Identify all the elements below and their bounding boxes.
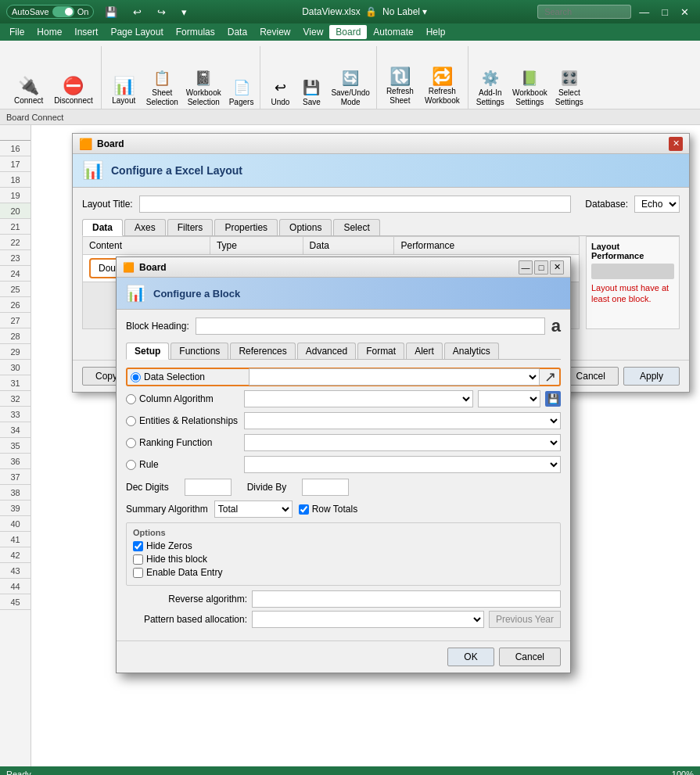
dialog-overlay: 🟧 Board ✕ 📊 Configure a Excel Layout Lay… [0, 125, 700, 766]
block-cancel-btn[interactable]: Cancel [499, 648, 561, 666]
col-content: Content [83, 237, 210, 255]
menu-home[interactable]: Home [31, 25, 68, 39]
tab-properties[interactable]: Properties [214, 219, 278, 235]
save-label: Save [303, 98, 321, 107]
save-icon-btn[interactable]: 💾 [100, 5, 122, 20]
sheet-selection-icon: 📋 [153, 70, 171, 87]
workbook-settings-btn[interactable]: 📗 WorkbookSettings [509, 52, 551, 109]
tab-select[interactable]: Select [333, 219, 379, 235]
board-dialog-icon: 🟧 [79, 138, 92, 150]
select-settings-btn[interactable]: 🎛️ SelectSettings [552, 52, 587, 109]
enable-data-entry-checkbox[interactable] [133, 568, 143, 578]
menu-page-layout[interactable]: Page Layout [104, 25, 169, 39]
hide-zeros-checkbox[interactable] [133, 541, 143, 551]
dec-digits-input[interactable]: 0 [185, 479, 232, 496]
tab-data[interactable]: Data [82, 219, 123, 236]
summary-algorithm-label: Summary Algorithm [126, 504, 208, 515]
menu-board[interactable]: Board [329, 25, 367, 39]
block-tab-advanced[interactable]: Advanced [297, 343, 356, 359]
board-dialog-close-btn[interactable]: ✕ [669, 137, 683, 151]
rule-dropdown[interactable] [244, 456, 561, 473]
menu-data[interactable]: Data [221, 25, 253, 39]
inner-dialog-btns: — □ ✕ [519, 260, 564, 274]
layout-title-input[interactable] [139, 196, 572, 213]
block-tab-alert[interactable]: Alert [406, 343, 443, 359]
ok-btn[interactable]: OK [447, 648, 494, 666]
hide-zeros-row: Hide Zeros [133, 540, 554, 551]
menu-view[interactable]: View [297, 25, 330, 39]
workbook-settings-icon: 📗 [521, 70, 538, 87]
redo-btn[interactable]: ↪ [153, 5, 171, 20]
rule-radio-label: Rule [126, 459, 239, 470]
undo-label: Undo [271, 98, 289, 107]
save-undo-btn[interactable]: 🔄 Save/UndoMode [328, 52, 372, 109]
menu-formulas[interactable]: Formulas [170, 25, 221, 39]
tab-axes[interactable]: Axes [124, 219, 166, 235]
more-btn[interactable]: ▾ [177, 5, 192, 20]
rule-radio[interactable] [126, 460, 136, 470]
data-selection-radio[interactable] [131, 372, 141, 382]
connect-btn[interactable]: 🔌 Connect [9, 52, 48, 109]
entities-dropdown[interactable] [244, 412, 561, 429]
disconnect-label: Disconnect [54, 96, 92, 106]
block-tab-references[interactable]: References [230, 343, 295, 359]
block-minimize-btn[interactable]: — [519, 260, 533, 274]
menu-file[interactable]: File [3, 25, 31, 39]
workbook-selection-btn[interactable]: 📓 WorkbookSelection [183, 52, 224, 109]
pattern-select[interactable] [252, 611, 484, 628]
options-section: Options Hide Zeros Hide this block Enabl… [126, 522, 561, 586]
block-close-btn[interactable]: ✕ [550, 260, 564, 274]
save-col-icon[interactable]: 💾 [545, 391, 561, 407]
block-tab-functions[interactable]: Functions [171, 343, 228, 359]
apply-btn[interactable]: Apply [623, 367, 680, 386]
menu-automate[interactable]: Automate [367, 25, 419, 39]
block-tab-format[interactable]: Format [357, 343, 404, 359]
column-algorithm-radio[interactable] [126, 394, 136, 404]
performance-title: Layout Performance [591, 242, 674, 260]
divide-by-input[interactable]: 1 [302, 479, 349, 496]
reverse-algorithm-input[interactable] [252, 590, 561, 608]
menu-insert[interactable]: Insert [68, 25, 104, 39]
block-tab-setup[interactable]: Setup [126, 343, 169, 360]
tab-filters[interactable]: Filters [167, 219, 214, 235]
block-tab-analytics[interactable]: Analytics [444, 343, 499, 359]
board-dialog-title: Board [97, 138, 664, 149]
block-heading-icon: a [551, 316, 561, 336]
ranking-radio[interactable] [126, 438, 136, 448]
sheet-selection-btn[interactable]: 📋 SheetSelection [143, 52, 181, 109]
menu-help[interactable]: Help [420, 25, 452, 39]
divide-by-label: Divide By [247, 482, 287, 493]
hide-block-checkbox[interactable] [133, 554, 143, 565]
column-algorithm-dropdown2[interactable] [478, 390, 540, 407]
undo-btn[interactable]: ↩ [128, 5, 146, 20]
refresh-sheet-btn[interactable]: 🔃 RefreshSheet [382, 52, 418, 109]
maximize-btn[interactable]: □ [657, 5, 673, 20]
autosave-toggle[interactable] [52, 6, 74, 17]
row-totals-checkbox[interactable] [299, 504, 309, 515]
database-select[interactable]: Echo [634, 196, 680, 213]
block-maximize-btn[interactable]: □ [534, 260, 548, 274]
pagers-btn[interactable]: 📄 Pagers [226, 52, 257, 109]
summary-select[interactable]: Total [214, 501, 293, 518]
add-in-settings-btn[interactable]: ⚙️ Add-InSettings [473, 52, 508, 109]
disconnect-btn[interactable]: ⛔ Disconnect [49, 52, 97, 109]
board-block-dialog: 🟧 Board — □ ✕ 📊 Configure a Block Block … [116, 257, 571, 673]
block-heading-input[interactable] [196, 318, 545, 335]
column-algorithm-dropdown[interactable] [244, 390, 473, 407]
save-ribbon-btn[interactable]: 💾 Save [296, 52, 326, 109]
layout-btn[interactable]: 📊 Layout [106, 52, 142, 109]
outer-cancel-btn[interactable]: Cancel [563, 367, 619, 386]
data-selection-dropdown[interactable] [249, 368, 540, 386]
menu-review[interactable]: Review [253, 25, 296, 39]
undo-ribbon-btn[interactable]: ↩ Undo [265, 52, 295, 109]
prev-year-btn[interactable]: Previous Year [489, 611, 561, 628]
ranking-dropdown[interactable] [244, 434, 561, 451]
entities-radio[interactable] [126, 416, 136, 426]
tab-options[interactable]: Options [279, 219, 332, 235]
close-btn[interactable]: ✕ [676, 5, 694, 20]
refresh-workbook-btn[interactable]: 🔁 RefreshWorkbook [420, 52, 465, 109]
search-input[interactable] [537, 5, 631, 19]
minimize-btn[interactable]: — [634, 5, 654, 20]
entities-radio-label: Entities & Relationships [126, 415, 239, 426]
connect-label: Connect [14, 96, 43, 106]
